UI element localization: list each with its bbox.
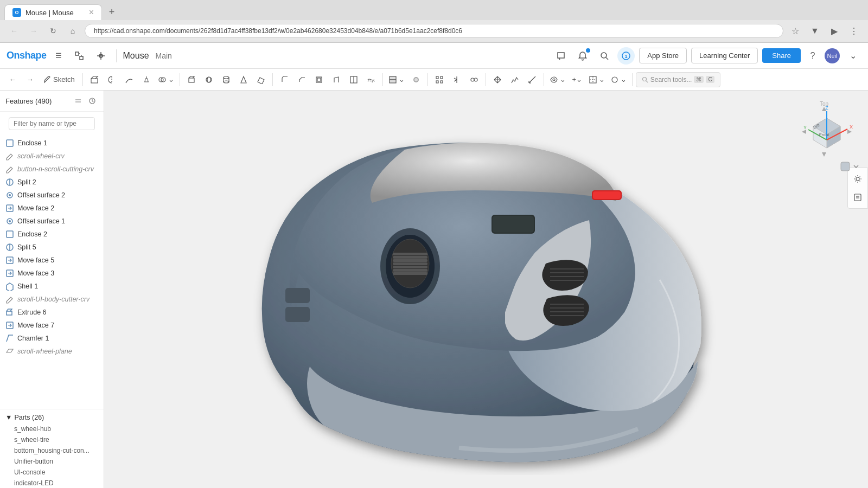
appearance-button[interactable]	[408, 72, 424, 88]
cylinder-button[interactable]	[218, 72, 234, 88]
feature-label: Extrude 6	[17, 309, 47, 316]
offset-surface-button[interactable]	[363, 72, 379, 88]
revolve-button[interactable]	[104, 72, 120, 88]
extensions-button[interactable]: ▼	[807, 23, 822, 38]
history-button[interactable]	[86, 95, 98, 107]
analysis-button[interactable]	[507, 72, 523, 88]
feature-item-scroll-wheel-plane[interactable]: scroll-wheel-plane	[0, 345, 104, 358]
svg-rect-57	[7, 311, 12, 315]
feature-item-chamfer-1[interactable]: Chamfer 1	[0, 332, 104, 345]
feature-item-shell-1[interactable]: Shell 1	[0, 280, 104, 293]
expand-features-button[interactable]	[72, 95, 84, 107]
parts-item[interactable]: indicator-LED	[0, 478, 104, 488]
parts-item[interactable]: s_wheel-tire	[0, 434, 104, 445]
svg-point-40	[612, 77, 617, 82]
search-button[interactable]	[596, 47, 613, 65]
measure-button[interactable]	[524, 72, 540, 88]
parts-item[interactable]: Unifier-button	[0, 456, 104, 467]
shell-button[interactable]	[311, 72, 327, 88]
loft-button[interactable]	[138, 72, 155, 88]
boolean-dropdown[interactable]: ⌄	[156, 72, 176, 88]
parts-item[interactable]: s_wheel-hub	[0, 423, 104, 434]
mate-button[interactable]	[466, 72, 482, 88]
back-button[interactable]: ←	[7, 23, 22, 38]
view-cube[interactable]: Top Z Y X Front Left	[794, 99, 859, 164]
cone-button[interactable]	[235, 72, 252, 88]
feature-item-scroll-wheel-crv[interactable]: scroll-wheel-crv	[0, 150, 104, 163]
sweep-button[interactable]	[121, 72, 137, 88]
section-view-dropdown[interactable]: ⌄	[386, 72, 407, 88]
feature-item-extrude-6[interactable]: Extrude 6	[0, 306, 104, 319]
feature-item-enclose-1[interactable]: Enclose 1	[0, 137, 104, 150]
user-chevron[interactable]: ⌄	[844, 47, 861, 65]
feature-item-offset-surface-1[interactable]: Offset surface 1	[0, 215, 104, 228]
new-tab-button[interactable]: +	[104, 5, 119, 20]
transform-button[interactable]	[489, 72, 506, 88]
feature-item-scroll-ui-body-cutter-crv[interactable]: scroll-UI-body-cutter-crv	[0, 293, 104, 306]
render-mode-dropdown[interactable]: ⌄	[586, 72, 607, 88]
bookmark-button[interactable]: ☆	[788, 23, 803, 38]
forward-button[interactable]: →	[26, 23, 41, 38]
document-title[interactable]: Mouse	[123, 51, 149, 61]
user-avatar[interactable]: Neil	[825, 48, 840, 63]
home-button[interactable]: ⌂	[65, 23, 80, 38]
assembly-icon[interactable]	[92, 47, 110, 65]
app-store-button[interactable]: App Store	[639, 48, 687, 63]
sync-button[interactable]: 1	[617, 47, 635, 65]
learning-center-button[interactable]: Learning Center	[691, 48, 758, 63]
parts-item[interactable]: UI-console	[0, 467, 104, 478]
right-overlay-toolbar	[847, 168, 868, 209]
feature-item-move-face-2[interactable]: Move face 2	[0, 202, 104, 215]
feature-item-split-5[interactable]: Split 5	[0, 241, 104, 254]
help-button[interactable]: ?	[805, 48, 820, 63]
undo-button[interactable]: ←	[4, 72, 21, 88]
search-tools-input[interactable]: Search tools... ⌘ C	[636, 72, 720, 87]
svg-rect-14	[189, 78, 194, 82]
profile-button[interactable]: ▶	[827, 23, 842, 38]
url-bar[interactable]: https://cad.onshape.com/documents/262f8d…	[85, 24, 783, 38]
sphere-button[interactable]	[201, 72, 217, 88]
parts-header[interactable]: ▼ Parts (26)	[0, 412, 104, 423]
feature-item-move-face-5[interactable]: Move face 5	[0, 254, 104, 267]
tab-close-button[interactable]: ×	[89, 8, 94, 17]
parts-item[interactable]: bottom_housing-cut-con...	[0, 445, 104, 456]
canvas-area[interactable]: Top Z Y X Front Left	[104, 91, 868, 488]
menu-button[interactable]: ⋮	[846, 23, 861, 38]
plane-button[interactable]	[253, 72, 269, 88]
draft-button[interactable]	[328, 72, 344, 88]
feature-item-offset-surface-2[interactable]: Offset surface 2	[0, 189, 104, 202]
fillet-button[interactable]	[276, 72, 292, 88]
onshape-logo[interactable]: Onshape	[7, 50, 47, 61]
share-button[interactable]: Share	[762, 48, 801, 63]
feature-item-split-2[interactable]: Split 2	[0, 176, 104, 189]
redo-button[interactable]: →	[22, 72, 38, 88]
rib-button[interactable]	[346, 72, 362, 88]
pattern-button[interactable]	[431, 72, 448, 88]
feature-filter-input[interactable]	[9, 117, 95, 130]
chamfer-button[interactable]	[293, 72, 310, 88]
3d-viewport[interactable]	[104, 91, 868, 488]
right-notes-button[interactable]	[850, 190, 865, 205]
svg-rect-68	[393, 272, 427, 275]
reload-button[interactable]: ↻	[46, 23, 61, 38]
feature-item-button-n-scroll-cutting-crv[interactable]: button-n-scroll-cutting-crv	[0, 163, 104, 176]
workspace-label[interactable]: Main	[156, 52, 172, 60]
right-settings-button[interactable]	[850, 171, 865, 187]
notifications-button[interactable]	[574, 47, 591, 65]
shading-dropdown[interactable]: ⌄	[608, 72, 629, 88]
hamburger-menu-button[interactable]: ☰	[51, 48, 66, 63]
transform-icon[interactable]	[71, 47, 88, 65]
svg-point-33	[471, 78, 474, 81]
view-options[interactable]	[840, 161, 859, 172]
sketch-button[interactable]: Sketch	[39, 72, 79, 88]
box-button[interactable]	[183, 72, 200, 88]
browser-tab[interactable]: O Mouse | Mouse ×	[4, 4, 102, 20]
chat-button[interactable]	[552, 47, 570, 65]
feature-item-move-face-7[interactable]: Move face 7	[0, 319, 104, 332]
mirror-button[interactable]	[449, 72, 465, 88]
view-controls-dropdown[interactable]: ⌄	[547, 72, 568, 88]
feature-item-move-face-3[interactable]: Move face 3	[0, 267, 104, 280]
zoom-dropdown[interactable]: +⌄	[569, 72, 585, 88]
feature-item-enclose-2[interactable]: Enclose 2	[0, 228, 104, 241]
extrude-button[interactable]	[86, 72, 103, 88]
